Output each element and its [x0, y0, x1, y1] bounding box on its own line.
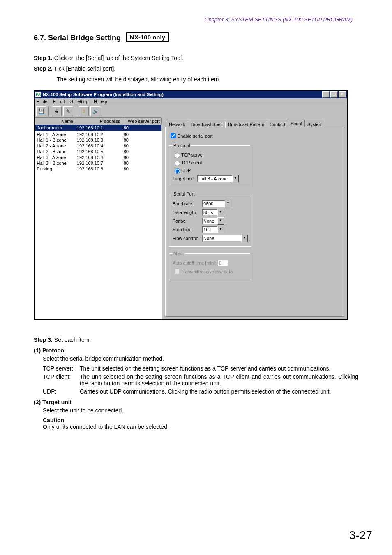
datalength-select[interactable]: [202, 209, 218, 216]
list-item[interactable]: Hall 1 - A zone192.168.10.280: [35, 131, 162, 138]
list-item[interactable]: Hall 2 - A zone192.168.10.480: [35, 143, 162, 149]
cell-port: 80: [122, 149, 162, 154]
model-badge: NX-100 only: [126, 32, 169, 42]
cell-port: 80: [122, 166, 162, 172]
rawdata-label: Transmit/receive raw data.: [181, 269, 234, 274]
step-1-text: Click on the [Serial] tab of the System …: [54, 55, 183, 61]
desc-tcp-client: The unit selected on the setting screen …: [80, 373, 358, 387]
edit-icon[interactable]: ✎: [63, 106, 73, 116]
dropdown-icon[interactable]: ▼: [225, 200, 231, 207]
stopbits-label: Stop bits:: [173, 227, 202, 232]
menu-help[interactable]: Help: [94, 99, 107, 104]
upload-icon[interactable]: ⇧: [79, 106, 89, 116]
misc-group: Misc. Auto cutoff time [min]: Transmit/r…: [169, 251, 250, 280]
target-unit-label: Target unit:: [173, 176, 197, 181]
label-tcp-client: TCP client: [181, 160, 202, 165]
enable-serial-checkbox[interactable]: [171, 133, 176, 138]
label-udp: UDP: [181, 168, 191, 173]
list-item[interactable]: Hall 3 - B zone192.168.10.780: [35, 160, 162, 166]
menu-setting[interactable]: Setting: [70, 99, 88, 104]
serial-port-group: Serial Port Baud rate:▼ Data length:▼ Pa…: [169, 191, 251, 247]
step-3-text: Set each item.: [54, 336, 91, 343]
list-item[interactable]: Hall 2 - B zone192.168.10.580: [35, 149, 162, 154]
stopbits-select[interactable]: [202, 226, 218, 233]
cell-name: Hall 1 - A zone: [35, 131, 75, 138]
save-icon[interactable]: 💾: [36, 106, 46, 116]
step-2-text: Tick [Enable serial port].: [54, 65, 116, 72]
titlebar: PA NX-100 Setup Software Program (Instal…: [35, 91, 347, 98]
cell-name: Hall 3 - A zone: [35, 154, 75, 160]
dropdown-icon[interactable]: ▼: [217, 226, 224, 233]
tab-network[interactable]: Network: [166, 121, 188, 128]
protocol-legend: Protocol: [173, 143, 191, 148]
cell-port: 80: [122, 143, 162, 149]
cell-ip: 192.168.10.1: [75, 125, 122, 131]
menu-file[interactable]: File: [36, 99, 48, 104]
col-port[interactable]: Web server port: [122, 118, 162, 124]
enable-serial-label: Enable serial port: [178, 134, 213, 138]
audio-icon[interactable]: 🔊: [90, 106, 100, 116]
term-udp: UDP:: [43, 388, 80, 395]
protocol-group: Protocol TCP server TCP client UDP Targe…: [169, 143, 250, 187]
desc-protocol-text: Select the serial bridge communication m…: [43, 355, 358, 362]
cell-ip: 192.168.10.8: [75, 166, 122, 172]
section-number: 6.7.: [34, 34, 46, 42]
cell-ip: 192.168.10.4: [75, 143, 122, 149]
target-unit-select[interactable]: [197, 175, 233, 182]
caution-text: Only units connected to the LAN can be s…: [43, 424, 358, 430]
flowcontrol-label: Flow control:: [173, 236, 202, 241]
step-2-label: Step 2.: [34, 65, 53, 72]
list-item[interactable]: Parking192.168.10.880: [35, 166, 162, 172]
cell-port: 80: [122, 131, 162, 138]
toolbar: 💾 🖨 ✎ ⇧ 🔊: [35, 105, 347, 117]
tab-system[interactable]: System: [304, 121, 325, 128]
list-item[interactable]: Janitor room192.168.10.180: [35, 125, 162, 131]
radio-tcp-server[interactable]: [175, 153, 180, 158]
misc-legend: Misc.: [173, 251, 185, 256]
scan-icon[interactable]: 🖨: [52, 106, 62, 116]
tab-contact[interactable]: Contact: [267, 121, 288, 128]
col-ip[interactable]: IP address: [75, 118, 122, 124]
cell-port: 80: [122, 154, 162, 160]
app-window: PA NX-100 Setup Software Program (Instal…: [34, 90, 348, 320]
cell-name: Parking: [35, 166, 75, 172]
tab-body: Enable serial port Protocol TCP server T…: [165, 127, 344, 317]
rawdata-checkbox: [174, 269, 180, 274]
tab-broadcast-pattern[interactable]: Broadcast Pattern: [225, 121, 267, 128]
term-tcp-server: TCP server:: [43, 365, 80, 372]
desc-udp: Carries out UDP communications. Clicking…: [80, 388, 358, 395]
cell-name: Janitor room: [35, 125, 75, 131]
step-1-label: Step 1.: [34, 55, 53, 61]
menu-edit[interactable]: Edit: [53, 99, 65, 104]
baud-select[interactable]: [202, 200, 225, 207]
parity-select[interactable]: [202, 218, 218, 224]
minimize-button[interactable]: _: [322, 91, 330, 98]
section-title: 6.7. Serial Bridge Setting NX-100 only: [34, 32, 358, 42]
page-number: 3-27: [349, 529, 372, 542]
cell-ip: 192.168.10.2: [75, 131, 122, 138]
label-tcp-server: TCP server: [181, 152, 204, 157]
list-item[interactable]: Hall 1 - B zone192.168.10.380: [35, 137, 162, 143]
list-header: Name IP address Web server port: [35, 118, 162, 124]
maximize-button[interactable]: ▢: [330, 91, 338, 98]
desc-protocol-heading: (1) Protocol: [34, 347, 358, 354]
flowcontrol-select[interactable]: [202, 235, 242, 242]
list-item[interactable]: Hall 3 - A zone192.168.10.680: [35, 154, 162, 160]
col-name[interactable]: Name: [35, 118, 75, 124]
baud-label: Baud rate:: [173, 201, 202, 206]
radio-udp[interactable]: [175, 168, 180, 174]
cell-ip: 192.168.10.3: [75, 137, 122, 143]
dropdown-icon[interactable]: ▼: [232, 175, 239, 182]
tab-broadcast-spec[interactable]: Broadcast Spec: [188, 121, 226, 128]
dropdown-icon[interactable]: ▼: [241, 235, 248, 242]
cutoff-input: [218, 260, 228, 266]
cell-ip: 192.168.10.6: [75, 154, 122, 160]
radio-tcp-client[interactable]: [175, 161, 180, 166]
close-button[interactable]: ✕: [339, 91, 346, 98]
cell-port: 80: [122, 160, 162, 166]
tab-serial[interactable]: Serial: [288, 120, 305, 127]
dropdown-icon[interactable]: ▼: [217, 209, 224, 216]
dropdown-icon[interactable]: ▼: [217, 217, 224, 225]
step-2-sub: The setting screen will be displayed, al…: [57, 76, 358, 83]
cell-port: 80: [122, 137, 162, 143]
